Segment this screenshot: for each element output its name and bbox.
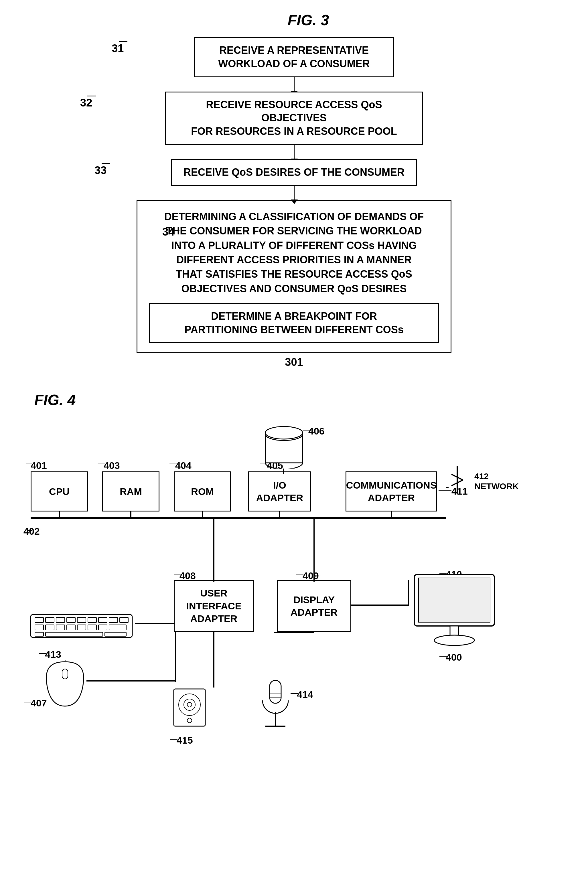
svg-rect-31 <box>77 618 86 622</box>
svg-rect-30 <box>67 618 75 622</box>
user-interface-box: USER INTERFACE ADAPTER <box>174 580 254 632</box>
storage-cylinder <box>262 423 306 469</box>
keyboard <box>28 609 136 643</box>
fig4-diagram: CPU 401 RAM 403 ROM 404 I/O ADAPTER 405 <box>22 414 566 809</box>
bus-line <box>31 517 446 519</box>
box-33: RECEIVE QoS DESIRES OF THE CONSUMER <box>171 159 417 186</box>
svg-rect-57 <box>270 681 281 703</box>
fig4-title: FIG. 4 <box>34 391 571 408</box>
flow-row-31: 31 RECEIVE A REPRESENTATIVE WORKLOAD OF … <box>17 37 571 77</box>
svg-rect-41 <box>88 625 96 630</box>
ram-vline <box>130 511 131 519</box>
svg-rect-29 <box>56 618 65 622</box>
fig3-diagram: 31 RECEIVE A REPRESENTATIVE WORKLOAD OF … <box>17 37 571 368</box>
svg-point-54 <box>187 702 192 707</box>
arrow-1 <box>294 77 295 91</box>
page: FIG. 3 31 RECEIVE A REPRESENTATIVE WORKL… <box>0 0 588 877</box>
svg-rect-28 <box>45 618 54 622</box>
outer-box-301-wrapper: 34 DETERMINING A CLASSIFICATION OF DEMAN… <box>122 200 466 368</box>
flow-row-33: 33 RECEIVE QoS DESIRES OF THE CONSUMER <box>17 159 571 186</box>
microphone <box>257 678 294 735</box>
arrow-2 <box>294 145 295 159</box>
svg-rect-38 <box>56 625 65 630</box>
io-adapter-box: I/O ADAPTER <box>248 471 311 511</box>
display-label: 409 <box>303 570 319 581</box>
label-31: 31 <box>112 42 124 55</box>
cpu-label: 401 <box>31 460 47 471</box>
label-301-number: 301 <box>122 356 466 368</box>
storage-label: 406 <box>308 426 325 437</box>
storage-line <box>283 469 284 474</box>
speaker <box>171 686 211 732</box>
label-33: 33 <box>94 164 106 177</box>
svg-rect-35 <box>120 618 128 622</box>
svg-rect-32 <box>88 618 96 622</box>
label-32: 32 <box>80 97 92 109</box>
keyboard-line <box>135 623 175 624</box>
display-adapter-box: DISPLAY ADAPTER <box>277 580 351 632</box>
ram-label: 403 <box>104 460 120 471</box>
box-32: RECEIVE RESOURCE ACCESS QoS OBJECTIVES F… <box>165 91 423 145</box>
network-label: 412 <box>474 471 489 481</box>
ui-label: 408 <box>180 570 196 581</box>
mouse <box>45 660 85 709</box>
svg-rect-33 <box>99 618 107 622</box>
display-monitor-vline <box>408 580 409 606</box>
svg-rect-44 <box>35 632 44 636</box>
ram-box: RAM <box>102 471 159 511</box>
speaker-label: 415 <box>177 735 193 746</box>
mic-hline <box>274 632 314 633</box>
network-symbol <box>446 466 469 494</box>
svg-rect-36 <box>35 625 44 630</box>
svg-rect-39 <box>67 625 75 630</box>
display-bus-vline <box>314 517 315 582</box>
rom-vline <box>202 511 203 519</box>
svg-point-12 <box>266 426 303 439</box>
speaker-vline <box>213 632 214 688</box>
fig4-section: FIG. 4 CPU 401 RAM 403 ROM 404 I/O ADAPT… <box>17 391 571 809</box>
keyboard-label: 413 <box>45 649 61 660</box>
monitor <box>408 571 500 652</box>
arrow-3 <box>294 186 295 200</box>
io-vline <box>279 511 280 519</box>
svg-rect-27 <box>35 618 44 622</box>
svg-point-55 <box>187 718 192 723</box>
inner-subbox-34: DETERMINE A BREAKPOINT FOR PARTITIONING … <box>149 303 439 343</box>
fig3-title: FIG. 3 <box>46 12 571 28</box>
svg-rect-46 <box>105 632 126 636</box>
comm-vline <box>391 511 392 519</box>
rom-box: ROM <box>174 471 231 511</box>
svg-rect-40 <box>77 625 86 630</box>
svg-rect-22 <box>418 578 490 622</box>
box-31: RECEIVE A REPRESENTATIVE WORKLOAD OF A C… <box>194 37 394 77</box>
svg-rect-45 <box>45 632 103 636</box>
svg-point-24 <box>434 635 474 645</box>
mouse-line <box>87 681 175 682</box>
svg-rect-37 <box>45 625 54 630</box>
comm-adapter-box: COMMUNICATIONS ADAPTER <box>345 471 437 511</box>
svg-rect-49 <box>62 669 68 679</box>
flow-row-32: 32 RECEIVE RESOURCE ACCESS QoS OBJECTIVE… <box>17 91 571 145</box>
mouse-vline <box>175 632 176 682</box>
microphone-label: 414 <box>297 689 313 700</box>
svg-rect-42 <box>99 625 107 630</box>
svg-rect-34 <box>109 618 118 622</box>
display-monitor-hline <box>351 604 408 606</box>
monitor-label: 400 <box>446 652 462 663</box>
cpu-box: CPU <box>31 471 88 511</box>
ui-bus-vline <box>213 517 214 582</box>
bus-label: 402 <box>24 526 40 537</box>
outer-box-301: DETERMINING A CLASSIFICATION OF DEMANDS … <box>136 200 452 352</box>
svg-rect-43 <box>109 625 126 630</box>
network-text: NETWORK <box>474 481 519 491</box>
rom-label: 404 <box>175 460 192 471</box>
network-hline <box>446 487 448 488</box>
cpu-vline <box>58 511 60 519</box>
outer-box-main-text: DETERMINING A CLASSIFICATION OF DEMANDS … <box>149 210 439 296</box>
mouse-label: 407 <box>31 697 47 709</box>
